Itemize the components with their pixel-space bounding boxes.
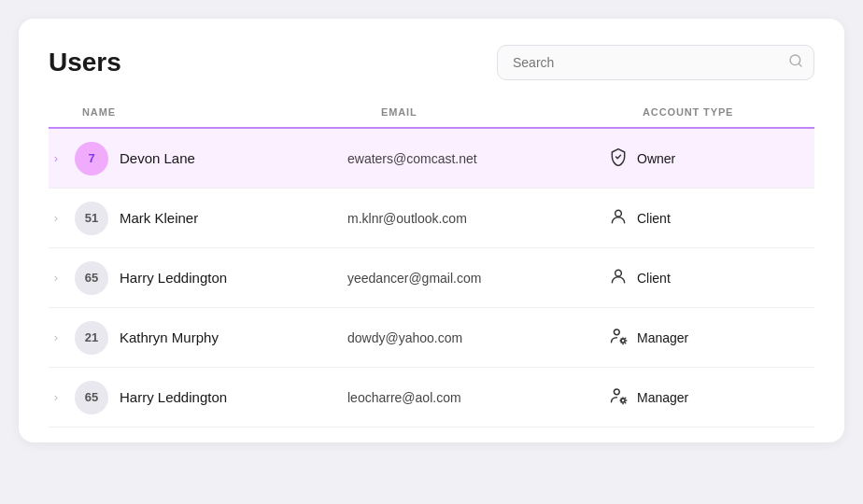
search-wrapper bbox=[497, 45, 814, 80]
row-chevron-2: › bbox=[49, 271, 64, 285]
account-type-label-0: Owner bbox=[637, 151, 675, 166]
avatar-2: 65 bbox=[75, 261, 108, 295]
account-type-label-1: Client bbox=[637, 211, 671, 226]
email-cell-2: yeedancer@gmail.com bbox=[347, 271, 609, 286]
table-header: NAME EMAIL ACCOUNT TYPE bbox=[49, 106, 814, 129]
account-cell-1: Client bbox=[609, 207, 814, 229]
col-email: EMAIL bbox=[381, 106, 643, 118]
svg-line-1 bbox=[799, 63, 801, 66]
row-chevron-3: › bbox=[49, 330, 64, 344]
table-row[interactable]: › 65 Harry Leddington yeedancer@gmail.co… bbox=[49, 248, 814, 308]
col-account-type: ACCOUNT TYPE bbox=[643, 106, 814, 118]
account-icon-1 bbox=[609, 207, 628, 229]
account-cell-4: Manager bbox=[609, 386, 814, 408]
svg-point-2 bbox=[615, 210, 622, 217]
user-name-2: Harry Leddington bbox=[120, 270, 227, 286]
user-name-0: Devon Lane bbox=[120, 150, 195, 166]
account-cell-2: Client bbox=[609, 267, 814, 288]
row-chevron-1: › bbox=[49, 211, 64, 225]
col-name: NAME bbox=[82, 106, 381, 118]
table-row[interactable]: › 51 Mark Kleiner m.klnr@outlook.com Cli… bbox=[49, 189, 814, 248]
page-title: Users bbox=[49, 48, 121, 77]
svg-point-6 bbox=[614, 389, 619, 395]
name-cell: › 21 Kathryn Murphy bbox=[49, 321, 347, 355]
svg-point-3 bbox=[615, 270, 622, 276]
avatar-0: 7 bbox=[75, 142, 108, 175]
email-cell-0: ewaters@comcast.net bbox=[347, 151, 609, 166]
users-card: Users NAME EMAIL ACCOUNT TYPE › 7 Devon … bbox=[19, 19, 844, 442]
account-cell-3: Manager bbox=[609, 327, 814, 348]
name-cell: › 65 Harry Leddington bbox=[49, 261, 347, 295]
email-cell-3: dowdy@yahoo.com bbox=[347, 330, 609, 345]
table-body: › 7 Devon Lane ewaters@comcast.net Owner… bbox=[49, 129, 814, 427]
avatar-4: 65 bbox=[75, 381, 108, 414]
svg-point-4 bbox=[614, 329, 619, 335]
avatar-3: 21 bbox=[75, 321, 108, 355]
account-icon-0 bbox=[609, 147, 628, 169]
email-cell-1: m.klnr@outlook.com bbox=[347, 211, 609, 226]
account-icon-3 bbox=[609, 327, 628, 348]
header-row: Users bbox=[49, 45, 814, 80]
user-name-4: Harry Leddington bbox=[120, 389, 227, 405]
row-chevron-4: › bbox=[49, 390, 64, 404]
table-row[interactable]: › 65 Harry Leddington leocharre@aol.com … bbox=[49, 368, 814, 427]
account-cell-0: Owner bbox=[609, 147, 814, 169]
name-cell: › 65 Harry Leddington bbox=[49, 381, 347, 414]
account-type-label-4: Manager bbox=[637, 390, 688, 405]
name-cell: › 51 Mark Kleiner bbox=[49, 202, 347, 235]
account-type-label-3: Manager bbox=[637, 330, 688, 345]
table-row[interactable]: › 7 Devon Lane ewaters@comcast.net Owner bbox=[49, 129, 814, 189]
user-name-1: Mark Kleiner bbox=[120, 210, 198, 226]
email-cell-4: leocharre@aol.com bbox=[347, 390, 609, 405]
user-name-3: Kathryn Murphy bbox=[120, 329, 219, 345]
name-cell: › 7 Devon Lane bbox=[49, 142, 347, 175]
table-row[interactable]: › 21 Kathryn Murphy dowdy@yahoo.com Mana… bbox=[49, 308, 814, 368]
search-input[interactable] bbox=[497, 45, 814, 80]
avatar-1: 51 bbox=[75, 202, 108, 235]
account-type-label-2: Client bbox=[637, 271, 671, 286]
search-icon bbox=[788, 53, 803, 72]
account-icon-4 bbox=[609, 386, 628, 408]
account-icon-2 bbox=[609, 267, 628, 288]
row-chevron-0: › bbox=[49, 151, 64, 165]
